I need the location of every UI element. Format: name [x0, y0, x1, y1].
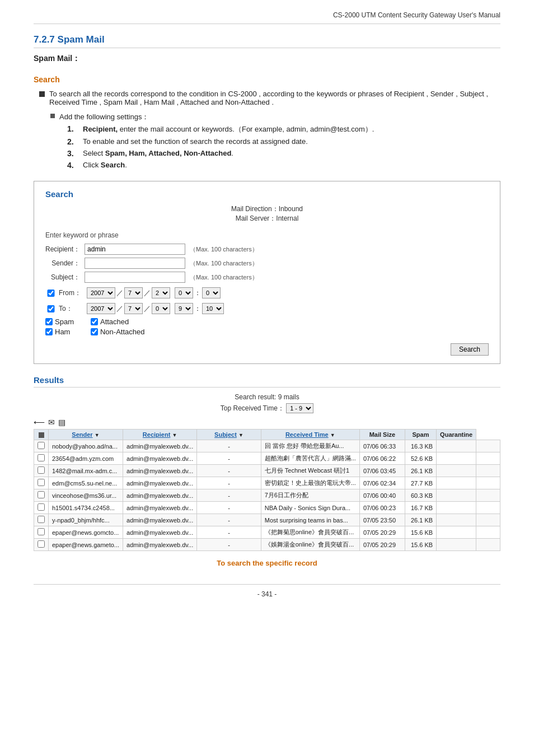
row-size-5: 16.7 KB [405, 502, 436, 514]
row-checkbox-3[interactable] [38, 479, 45, 486]
row-recipient-0: admin@myalexweb.dv... [123, 440, 197, 452]
from-date-checkbox[interactable] [45, 290, 57, 297]
row-dash-1: - [197, 452, 261, 465]
sender-sort-link[interactable]: Sender [72, 431, 92, 438]
step-2: 2. To enable and set the function of sea… [67, 137, 500, 146]
row-subject-1: 超酷泡劇「農苦代言人」網路滿... [261, 452, 359, 465]
row-checkbox-2[interactable] [38, 466, 45, 474]
search-button-row: Search [45, 343, 489, 356]
col-header-sender[interactable]: Sender ▼ [49, 430, 123, 440]
non-attached-checkbox-row: Non-Attached [91, 328, 145, 336]
table-row: 23654@adm.yzm.com admin@myalexweb.dv... … [34, 452, 500, 465]
attached-checkbox[interactable] [91, 318, 98, 325]
to-year-select[interactable]: 2007 [87, 303, 115, 314]
from-day-select[interactable]: 2 [152, 287, 170, 298]
col-header-subject[interactable]: Subject ▼ [197, 430, 261, 440]
table-row: vinceohose@ms36.ur... admin@myalexweb.dv… [34, 489, 500, 502]
page-header: CS-2000 UTM Content Security Gateway Use… [34, 11, 500, 24]
row-subject-6: Most surprising teams in bas... [261, 514, 359, 526]
sender-label: Sender： [45, 259, 85, 268]
sender-input[interactable] [85, 258, 185, 269]
search-form-box: Search Mail Direction：Inbound Mail Serve… [34, 181, 500, 364]
search-result-count: Search result: 9 mails [34, 393, 500, 401]
row-check-8[interactable] [34, 539, 49, 551]
row-spam-2 [437, 465, 476, 477]
document-icon[interactable]: ▤ [58, 418, 65, 427]
top-received-select[interactable]: 1 - 9 [286, 403, 313, 413]
arrow-icon[interactable]: ⟵ [34, 418, 45, 427]
from-month-select[interactable]: 7 [124, 287, 143, 298]
to-search-specific[interactable]: To search the specific record [34, 559, 500, 567]
recipient-row: Recipient： （Max. 100 characters） [45, 244, 489, 255]
to-hour-select[interactable]: 9 [175, 303, 193, 314]
row-checkbox-7[interactable] [38, 528, 45, 535]
row-sender-0: nobody@yahoo.ad/na... [49, 440, 123, 452]
row-checkbox-8[interactable] [38, 540, 45, 548]
subject-sort-link[interactable]: Subject [214, 431, 237, 438]
sender-hint: （Max. 100 characters） [190, 259, 258, 268]
from-year-select[interactable]: 2007 [87, 287, 115, 298]
row-checkbox-1[interactable] [38, 454, 45, 461]
numbered-steps: 1. Recipient, enter the mail account or … [67, 124, 500, 170]
row-size-1: 52.6 KB [405, 452, 436, 465]
row-sender-4: vinceohose@ms36.ur... [49, 489, 123, 502]
non-attached-label: Non-Attached [100, 328, 145, 336]
row-dash-2: - [197, 465, 261, 477]
step-4: 4. Click Search. [67, 161, 500, 170]
row-check-4[interactable] [34, 489, 49, 502]
non-attached-checkbox[interactable] [91, 328, 98, 335]
to-day-select[interactable]: 0 [152, 303, 170, 314]
search-button[interactable]: Search [451, 343, 489, 356]
sender-row: Sender： （Max. 100 characters） [45, 258, 489, 269]
row-subject-8: 《娛舞湯金online》會員突破百... [261, 539, 359, 551]
envelope-icon[interactable]: ✉ [48, 418, 55, 427]
row-check-2[interactable] [34, 465, 49, 477]
ham-checkbox[interactable] [45, 328, 53, 335]
received-time-sort-link[interactable]: Received Time [285, 431, 329, 438]
from-min-select[interactable]: 0 [202, 287, 221, 298]
manual-title: CS-2000 UTM Content Security Gateway Use… [333, 11, 500, 19]
row-recipient-3: admin@myalexweb.dv... [123, 477, 197, 489]
row-check-7[interactable] [34, 526, 49, 539]
row-size-8: 15.6 KB [405, 539, 436, 551]
page-footer: - 341 - [34, 584, 500, 598]
keyword-phrase-label: Enter keyword or phrase [45, 231, 489, 239]
row-subject-3: 密切鎖定！史上最強的電玩大帝... [261, 477, 359, 489]
col-header-recipient[interactable]: Recipient ▼ [123, 430, 197, 440]
recipient-sort-link[interactable]: Recipient [143, 431, 171, 438]
row-check-6[interactable] [34, 514, 49, 526]
recipient-input[interactable] [85, 244, 185, 255]
row-size-3: 27.7 KB [405, 477, 436, 489]
row-time-4: 07/06 00:40 [359, 489, 405, 502]
spam-ham-attached-section: Spam Ham Attached Non-Attached [45, 318, 489, 338]
from-label: From： [59, 288, 87, 298]
row-time-3: 07/06 02:34 [359, 477, 405, 489]
row-checkbox-0[interactable] [38, 442, 45, 449]
bullet-text-1: To search all the records correspond to … [49, 90, 500, 106]
select-all-icon[interactable] [39, 432, 44, 438]
row-check-3[interactable] [34, 477, 49, 489]
row-dash-6: - [197, 514, 261, 526]
row-size-2: 26.1 KB [405, 465, 436, 477]
row-checkbox-6[interactable] [38, 516, 45, 523]
row-check-5[interactable] [34, 502, 49, 514]
to-date-checkbox[interactable] [45, 305, 57, 312]
row-recipient-6: admin@myalexweb.dv... [123, 514, 197, 526]
row-check-1[interactable] [34, 452, 49, 465]
from-hour-select[interactable]: 0 [175, 287, 193, 298]
row-dash-7: - [197, 526, 261, 539]
to-date-row: To： 2007 ／ 7 ／ 0 9 ： 10 [45, 303, 489, 314]
spam-checkbox[interactable] [45, 318, 53, 325]
top-received-row: Top Received Time： 1 - 9 [34, 403, 500, 413]
search-section-heading: Search [34, 75, 500, 84]
to-month-select[interactable]: 7 [124, 303, 143, 314]
row-checkbox-5[interactable] [38, 503, 45, 511]
to-min-select[interactable]: 10 [202, 303, 224, 314]
row-size-4: 60.3 KB [405, 489, 436, 502]
subject-input[interactable] [85, 272, 185, 283]
row-recipient-4: admin@myalexweb.dv... [123, 489, 197, 502]
col-header-received-time[interactable]: Received Time ▼ [261, 430, 359, 440]
row-check-0[interactable] [34, 440, 49, 452]
table-row: nobody@yahoo.ad/na... admin@myalexweb.dv… [34, 440, 500, 452]
row-checkbox-4[interactable] [38, 491, 45, 498]
